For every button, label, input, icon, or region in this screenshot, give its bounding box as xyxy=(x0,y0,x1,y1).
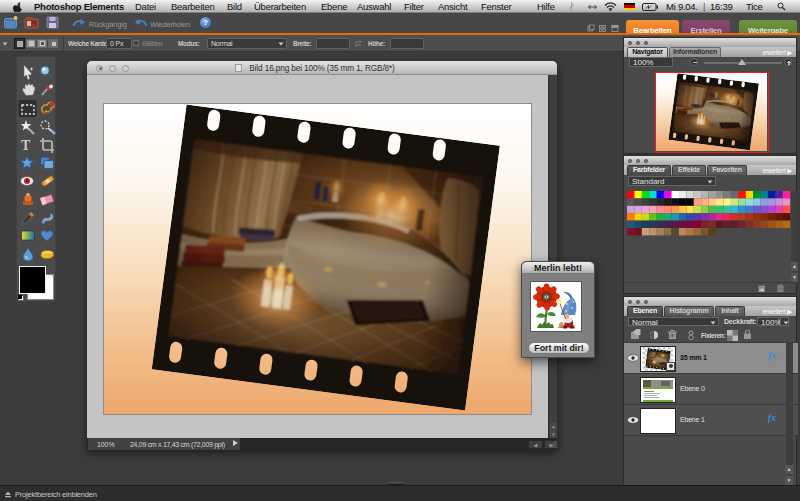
svg-text:T: T xyxy=(21,138,31,153)
